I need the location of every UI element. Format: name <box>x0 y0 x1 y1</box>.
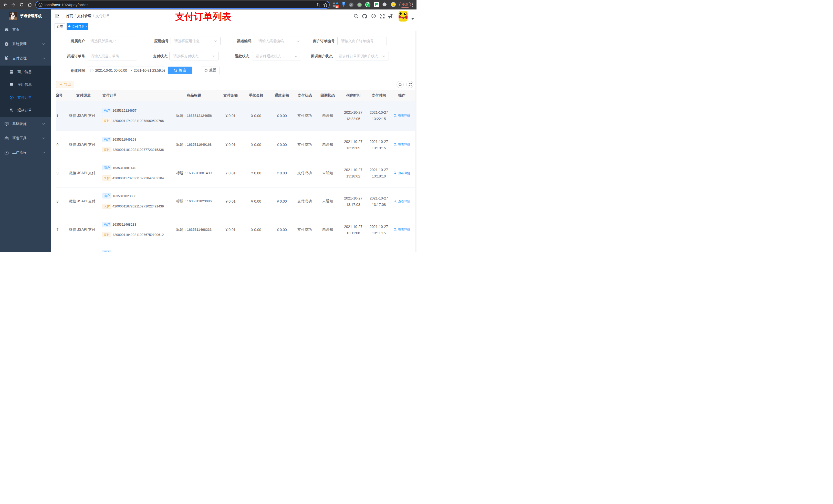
svg-text:10: 10 <box>336 5 339 8</box>
svg-text:⌘: ⌘ <box>350 3 353 6</box>
